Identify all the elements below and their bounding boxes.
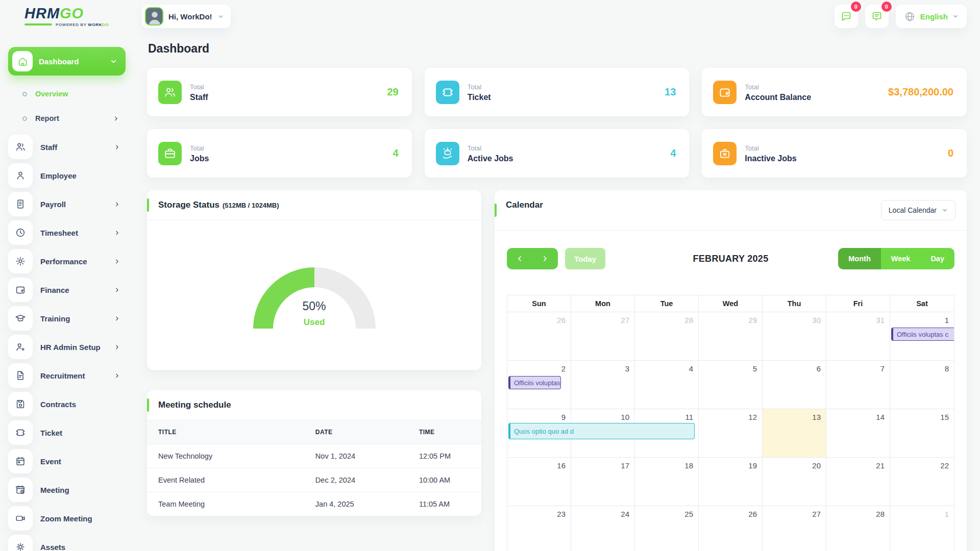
sidebar-item-timesheet[interactable]: Timesheet [8,220,126,245]
sidebar-item-report[interactable]: Report [8,106,126,131]
sidebar-item-training[interactable]: Training [8,306,126,331]
prev-month-button[interactable] [507,248,532,269]
person-plus-icon [8,335,33,359]
day-cell[interactable]: 8 [890,360,954,409]
day-cell[interactable]: 22 [890,457,954,506]
sidebar-item-recruitment[interactable]: Recruitment [8,363,126,388]
messages-button[interactable]: 0 [835,5,858,28]
stat-value: 13 [665,86,676,98]
column-header-time: TIME [408,420,481,444]
sidebar-item-performance[interactable]: Performance [8,249,126,273]
calendar-card-header: Calendar Local Calendar [495,190,967,231]
scroll-icon [8,363,33,388]
day-cell[interactable]: 16 [507,457,571,506]
calendar-source-select[interactable]: Local Calendar [881,200,955,220]
today-button[interactable]: Today [565,248,605,269]
language-selector[interactable]: English [896,5,967,28]
day-cell[interactable]: 18 [635,457,699,506]
day-cell[interactable]: 1 [890,506,954,551]
day-cell[interactable]: 25 [635,506,699,551]
column-header-date: DATE [304,420,408,444]
day-cell[interactable]: 31 [826,312,890,360]
chevron-right-icon [114,344,120,350]
day-cell[interactable]: 20 [763,457,826,506]
view-day-button[interactable]: Day [920,248,954,269]
avatar [145,7,163,26]
home-icon [12,51,33,71]
sidebar-item-ticket[interactable]: Ticket [8,420,126,445]
view-week-button[interactable]: Week [881,248,921,269]
sidebar-item-finance[interactable]: Finance [8,278,126,302]
chevron-down-icon [952,13,959,19]
sidebar-item-employee[interactable]: Employee [8,163,126,188]
day-cell[interactable]: 4 [635,360,699,409]
language-label: English [920,12,948,21]
wallet-icon [8,278,33,302]
chevron-right-icon [113,115,119,122]
sidebar-item-overview[interactable]: Overview [8,82,126,106]
calendar-title: Calendar [506,200,543,210]
sidebar-item-assets[interactable]: Assets [8,535,126,551]
day-cell[interactable]: 14 [826,409,890,457]
day-cell[interactable]: 17 [571,457,635,506]
people-icon [8,135,33,159]
chevron-down-icon [110,58,117,65]
day-cell[interactable]: 28 [635,312,699,360]
person-icon [8,163,33,188]
calendar-event[interactable]: Officiis voluptas c [891,328,954,341]
day-cell[interactable]: 26 [507,312,571,360]
day-cell[interactable]: 19 [699,457,763,506]
topbar: HRMGO Powered By WORKDO Hi, WorkDo! 0 [0,0,980,33]
day-cell[interactable]: 12 [699,409,763,457]
wallet-icon [713,81,737,104]
sidebar-item-hr-admin-setup[interactable]: HR Admin Setup [8,335,126,359]
calendar-view-switch: Month Week Day [838,248,954,269]
chevron-right-icon [114,287,120,293]
storage-capacity: (512MB / 1024MB) [223,202,279,209]
day-cell[interactable]: 21 [826,457,890,506]
user-menu[interactable]: Hi, WorkDo! [142,5,231,28]
sidebar-item-contracts[interactable]: Contracts [8,392,126,416]
day-cell[interactable]: 29 [699,312,763,360]
table-row: New Technology Nov 1, 2024 12:05 PM [147,444,481,468]
day-cell[interactable]: 24 [571,506,635,551]
sidebar-item-staff[interactable]: Staff [8,135,126,159]
calendar-nav [507,248,558,269]
day-cell[interactable]: 15 [890,409,954,457]
day-cell[interactable]: 23 [507,506,571,551]
day-cell[interactable]: 5 [699,360,763,409]
day-cell[interactable]: 27 [763,506,826,551]
chevron-right-icon [114,315,120,322]
stat-card-total-account-balance: TotalAccount Balance $3,780,200.00 [702,68,967,116]
day-cell[interactable]: 3 [571,360,635,409]
day-cell[interactable]: 28 [826,506,890,551]
day-cell[interactable]: 27 [571,312,635,360]
briefcase-x-icon [713,142,737,165]
column-header-title: TITLE [147,420,304,444]
sidebar-item-payroll[interactable]: Payroll [8,192,126,216]
day-cell[interactable]: 26 [699,506,763,551]
next-month-button[interactable] [532,248,558,269]
sidebar-item-event[interactable]: Event [8,449,126,473]
calendar-grid: Sun Mon Tue Wed Thu Fri Sat 26 27 28 29 … [507,295,954,551]
chevron-right-icon [114,144,120,151]
storage-status-card: Storage Status (512MB / 1024MB) 50% Used [147,190,481,370]
sidebar-item-zoom-meeting[interactable]: Zoom Meeting [8,506,126,531]
meeting-card-header: Meeting schedule [147,390,481,420]
notifications-button[interactable]: 0 [865,5,889,28]
stat-card-total-inactive-jobs: TotalInactive Jobs 0 [702,129,967,178]
gear-icon [8,535,33,551]
chat-lines-icon [871,10,883,22]
sidebar-item-dashboard[interactable]: Dashboard [8,47,126,76]
calendar-event[interactable]: Quos optio quo ad d [508,423,695,439]
app-logo[interactable]: HRMGO Powered By WORKDO [0,6,134,27]
video-camera-icon [8,506,33,531]
sidebar-item-meeting[interactable]: Meeting [8,478,126,502]
stats-grid: TotalStaff 29 TotalTicket 13 TotalAccoun… [147,68,967,178]
day-cell[interactable]: 6 [763,360,826,409]
day-cell[interactable]: 30 [763,312,826,360]
view-month-button[interactable]: Month [838,248,880,269]
day-cell-today[interactable]: 13 [763,409,826,457]
day-cell[interactable]: 7 [826,360,890,409]
calendar-event[interactable]: Officiis voluptas c [508,376,561,389]
